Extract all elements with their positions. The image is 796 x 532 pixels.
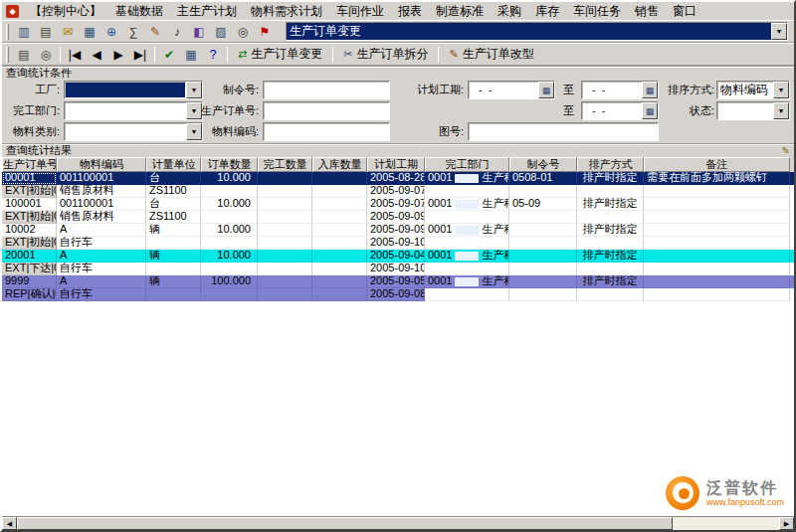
- order-modify-button[interactable]: ✎生产订单改型: [442, 45, 540, 65]
- column-header[interactable]: 入库数量: [312, 157, 367, 172]
- menu-item[interactable]: 主生产计划: [170, 2, 244, 21]
- menu-item[interactable]: 制造标准: [429, 2, 491, 21]
- edit-icon[interactable]: ✎: [144, 22, 166, 41]
- confirm-icon[interactable]: ✔: [158, 45, 180, 64]
- table-cell: A: [57, 275, 146, 288]
- toolbar-grip[interactable]: [6, 47, 9, 63]
- flag-icon[interactable]: ⚑: [254, 22, 276, 41]
- table-row[interactable]: 20001A辆10.0002005-09-040001生产科排产时指定: [2, 250, 794, 263]
- table-cell: [312, 172, 367, 185]
- menu-item[interactable]: 采购: [491, 2, 528, 21]
- help-icon[interactable]: ?: [202, 45, 224, 64]
- material-type-select[interactable]: ▼: [64, 122, 203, 141]
- print-icon[interactable]: ▤: [35, 22, 57, 41]
- logo-url: www.fanpusoft.com: [706, 497, 784, 508]
- toolbar-grip[interactable]: [6, 24, 9, 40]
- chevron-down-icon[interactable]: ▼: [773, 82, 789, 98]
- order-split-button[interactable]: ✂生产订单拆分: [336, 45, 435, 65]
- column-header[interactable]: 完工数量: [258, 157, 312, 172]
- sort-select[interactable]: 物料编码 ▼: [716, 81, 790, 99]
- table-cell: [312, 185, 367, 198]
- order-modify-icon: ✎: [449, 48, 458, 61]
- column-header[interactable]: 制令号: [509, 157, 577, 172]
- print-icon[interactable]: ▤: [13, 45, 35, 64]
- column-header[interactable]: 计划工期: [367, 157, 425, 172]
- music-icon[interactable]: ♪: [166, 22, 188, 41]
- chevron-down-icon[interactable]: ▼: [186, 102, 202, 119]
- column-header[interactable]: 完工部门: [425, 157, 509, 172]
- table-row[interactable]: 9999A辆100.0002005-09-050001生产科排产时指定: [2, 275, 794, 288]
- last-record-icon[interactable]: ▶|: [129, 45, 151, 64]
- calendar-icon[interactable]: ▦: [538, 82, 554, 98]
- table-row[interactable]: EXT|初始|0销售原材料ZS11002005-09-07: [2, 185, 794, 198]
- search-icon[interactable]: ◎: [232, 22, 254, 41]
- factory-select[interactable]: ▼: [64, 81, 203, 99]
- table-row[interactable]: 100001001100001台10.0002005-09-070001生产科0…: [2, 198, 794, 211]
- calculator-icon[interactable]: ▦: [79, 22, 100, 41]
- mail-icon[interactable]: ✉: [57, 22, 79, 41]
- scroll-left-button[interactable]: ◀: [2, 517, 17, 530]
- menu-item[interactable]: 车间任务: [566, 2, 628, 21]
- chart-icon[interactable]: ∑: [122, 22, 144, 41]
- material-code-input[interactable]: [263, 122, 390, 141]
- table-row[interactable]: EXT|下达|0自行车2005-09-10: [2, 263, 794, 275]
- table-row[interactable]: REP|确认|0自行车2005-09-08: [2, 288, 794, 301]
- column-header[interactable]: 订单数量: [201, 157, 258, 172]
- save-icon[interactable]: ▥: [13, 22, 35, 41]
- notes-icon[interactable]: ▨: [210, 22, 232, 41]
- calendar-icon[interactable]: ▦: [642, 82, 658, 98]
- drawing-input[interactable]: [468, 122, 659, 141]
- chevron-down-icon[interactable]: ▼: [186, 123, 202, 140]
- column-header[interactable]: 物料编码: [57, 157, 146, 172]
- table-row[interactable]: 00001001100001台10.0002005-08-280001生产科05…: [2, 172, 794, 185]
- menu-item[interactable]: 库存: [528, 2, 566, 21]
- column-header[interactable]: 备注: [644, 157, 790, 172]
- next-record-icon[interactable]: ▶: [107, 45, 129, 64]
- status-select[interactable]: ▼: [716, 101, 790, 120]
- function-select[interactable]: 生产订单变更 ▼: [286, 22, 788, 41]
- scroll-right-button[interactable]: ▶: [779, 517, 794, 530]
- menu-item[interactable]: 窗口: [666, 2, 703, 21]
- order-cmd-input[interactable]: [263, 81, 390, 99]
- table-cell: 9999: [2, 275, 57, 288]
- order-change-button[interactable]: ⇄生产订单变更: [231, 45, 329, 65]
- menu-item[interactable]: 销售: [628, 2, 666, 21]
- table-cell: 2005-09-07: [367, 198, 425, 211]
- prod-order-input[interactable]: [263, 101, 390, 120]
- calendar-icon[interactable]: ▦: [642, 102, 658, 119]
- table-cell: [577, 263, 644, 275]
- menu-item[interactable]: 物料需求计划: [244, 2, 329, 21]
- table-row[interactable]: EXT|初始|0销售原材料ZS11002005-09-09: [2, 211, 794, 224]
- menu-item[interactable]: 【控制中心】: [23, 2, 108, 21]
- first-record-icon[interactable]: |◀: [64, 45, 86, 64]
- chevron-down-icon[interactable]: ▼: [773, 102, 789, 119]
- material-code-label: 物料编码:: [212, 122, 259, 141]
- column-header[interactable]: 生产订单号: [2, 157, 57, 172]
- table-cell: [312, 250, 367, 263]
- plan-start-date-input[interactable]: - - ▦: [468, 81, 555, 99]
- table-row[interactable]: EXT|初始|0自行车2005-09-10: [2, 237, 794, 250]
- preview-icon[interactable]: ◎: [35, 45, 57, 64]
- table-row[interactable]: 10002A辆10.0002005-09-090001生产科排产时指定: [2, 224, 794, 237]
- grid-icon[interactable]: ▦: [180, 45, 202, 64]
- toolbar-separator: [60, 47, 61, 63]
- globe-icon[interactable]: ⊕: [100, 22, 122, 41]
- order-end-date-input[interactable]: - - ▦: [581, 101, 659, 120]
- horizontal-scrollbar[interactable]: ◀ ▶: [2, 516, 794, 530]
- table-cell: [312, 275, 367, 288]
- menu-item[interactable]: 基础数据: [108, 2, 170, 21]
- dept-select[interactable]: ▼: [64, 101, 203, 120]
- palette-icon[interactable]: ◧: [188, 22, 210, 41]
- edit-icon[interactable]: ✎: [782, 144, 790, 157]
- chevron-down-icon[interactable]: ▼: [771, 23, 787, 40]
- column-header[interactable]: 排产方式: [577, 157, 644, 172]
- chevron-down-icon[interactable]: ▼: [186, 82, 202, 98]
- scrollbar-thumb[interactable]: [17, 517, 673, 530]
- prev-record-icon[interactable]: ◀: [86, 45, 107, 64]
- scrollbar-track[interactable]: [17, 517, 779, 530]
- column-header[interactable]: 计量单位: [146, 157, 201, 172]
- table-cell: 辆: [146, 275, 201, 288]
- menu-item[interactable]: 报表: [391, 2, 429, 21]
- menu-item[interactable]: 车间作业: [329, 2, 391, 21]
- plan-end-date-input[interactable]: - - ▦: [581, 81, 659, 99]
